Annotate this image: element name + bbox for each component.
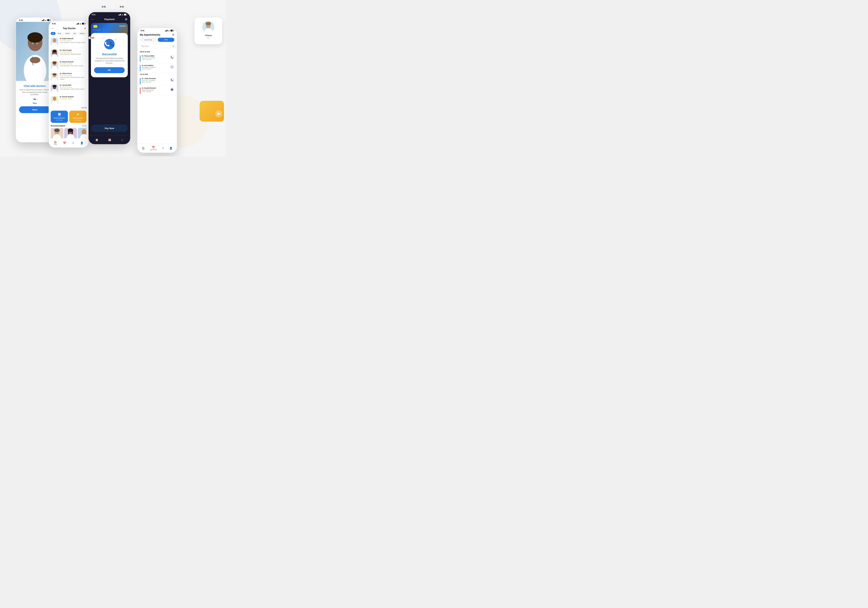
skip-button[interactable]: Skip xyxy=(19,102,50,104)
phone4-user-icon: 👤 xyxy=(169,147,172,149)
doctor-item-darrell[interactable]: Dr. Darrell Steward ★ 4.9 (2728 reviews) xyxy=(51,95,87,106)
filter-icon[interactable]: ≡ xyxy=(84,27,86,30)
appt-action-guy[interactable]: 💬 xyxy=(170,65,174,69)
see-all-rec-link[interactable]: See all xyxy=(82,125,87,127)
pay-now-button[interactable]: Pay Now xyxy=(91,124,128,132)
success-modal: 📞 Successful Your appointment booking su… xyxy=(91,33,128,77)
phone3-calendar-icon: 📅 xyxy=(108,138,111,141)
doctor-item-dianne[interactable]: Dr. Dianne Russell ★ 4.9 (3913 reviews) … xyxy=(51,59,87,71)
phone3-nav-calendar[interactable]: 📅 xyxy=(108,138,111,141)
doctor-rating-jerome: ★ 4.8 (2739 reviews) xyxy=(60,86,87,88)
doctor-specialty-jane: Cardio Specialist · Nanyang Hospital xyxy=(60,53,87,55)
phone4-nav-appointment[interactable]: 📅 Appointment xyxy=(150,146,157,150)
phone1-wifi-icon: ▲ xyxy=(45,19,47,21)
tab-upcoming[interactable]: Upcoming xyxy=(140,38,157,42)
appt-time-leslie: 15:00 - 15:30 PM xyxy=(142,81,168,83)
doctor-hero-image xyxy=(16,22,53,81)
doctor-rating-ralph: ★ 4.7 (692 reviews) xyxy=(60,40,87,41)
doctor-item-albert[interactable]: Dr. Albert Flores ★ 4.8 (3421 reviews) C… xyxy=(51,71,87,83)
search-icon: 🔍 xyxy=(141,45,144,47)
svg-point-6 xyxy=(32,43,33,44)
see-all-doctors-link[interactable]: See all xyxy=(49,106,88,109)
date-march24: rch 24 2022 xyxy=(138,73,177,76)
doctor-info-albert: Dr. Albert Flores ★ 4.8 (3421 reviews) C… xyxy=(60,73,87,80)
appt-name-theresa: Dr. Theresa Webb xyxy=(142,55,168,57)
cat-eye[interactable]: Eye xyxy=(72,32,78,35)
phone3-wifi-icon: ▲ xyxy=(121,14,123,16)
doctor-name-jane: Dr. Jane Cooper xyxy=(60,49,87,51)
phone-appointments: 9:41 ▲ My Appointments ⊕ Upcoming Past 🔍 xyxy=(137,28,177,153)
appt-type-guy: Messaging · Completed xyxy=(142,67,168,68)
appt-time-theresa: 13:00 - 13:30 PM xyxy=(142,59,168,60)
appt-leslie[interactable]: Dr. Leslie Alexander Voice Call · Comple… xyxy=(138,76,177,86)
success-title: Successful xyxy=(94,53,125,56)
phone4-nav-user[interactable]: 👤 xyxy=(169,147,172,149)
phone-call-icon: 📞 xyxy=(110,42,115,47)
svg-rect-19 xyxy=(53,51,53,54)
phone3-status-bar: 9:41 ▲ xyxy=(88,12,130,16)
nav-list[interactable]: ☰ xyxy=(72,142,74,145)
add-appt-icon[interactable]: ⊕ xyxy=(172,33,174,36)
rec-card-img-d xyxy=(78,128,87,139)
rec-card-img-jenny xyxy=(64,128,77,139)
doctor-item-jane[interactable]: Dr. Jane Cooper ★ 4.9 (3823 reviews) Car… xyxy=(51,48,87,59)
appt-ronald[interactable]: Dr. Ronald Richards Video Call · Decline… xyxy=(138,86,177,95)
cat-dentist[interactable]: Dentist xyxy=(78,32,86,35)
payment-add-icon[interactable]: ⊕ xyxy=(125,17,127,21)
doctor-info-darrell: Dr. Darrell Steward ★ 4.9 (2728 reviews) xyxy=(60,96,87,100)
appt-theresa[interactable]: Dr. Theresa Webb Voice Call · Completed … xyxy=(138,54,177,63)
cat-cardio[interactable]: Cardio xyxy=(64,32,71,35)
ok-button[interactable]: OK xyxy=(94,67,125,73)
tab-past[interactable]: Past xyxy=(158,38,174,42)
phone2-status-icons: ▲ xyxy=(76,23,85,25)
phone3-time: 9:41 xyxy=(91,14,96,16)
appt-action-leslie[interactable]: 📞 xyxy=(170,78,174,82)
phone3-signal xyxy=(118,14,121,16)
doctor-rating-dianne: ★ 4.9 (3913 reviews) xyxy=(60,63,87,65)
appt-action-theresa[interactable]: 📞 xyxy=(170,55,174,59)
phone4-home-icon: 🏠 xyxy=(142,147,145,149)
next-button[interactable]: Next xyxy=(19,106,50,113)
doctor-specialty-jerome: Cardio Specialist · Smithy London Hospit… xyxy=(60,88,87,90)
cat-brain[interactable]: Brain xyxy=(56,32,63,35)
svg-point-32 xyxy=(53,85,57,87)
phone-payment: 9:41 ▲ ← Payment ⊕ amazon xyxy=(88,12,130,144)
appt-type-leslie: Voice Call · Completed xyxy=(142,80,168,81)
phone4-appt-label: Appointment xyxy=(150,149,157,150)
appt-type-ronald: Video Call · Declined xyxy=(142,89,168,91)
doctor-name-dianne: Dr. Dianne Russell xyxy=(60,61,87,63)
doctor-item-ralph[interactable]: Dr. Ralph Edwards ★ 4.7 (692 reviews) Ca… xyxy=(51,36,87,48)
doctor-list: Dr. Ralph Edwards ★ 4.7 (692 reviews) Ca… xyxy=(49,36,88,106)
phone2-bottom-nav: 🏠 Home 📅 ☰ 👤 xyxy=(49,138,88,147)
nav-calendar[interactable]: 📅 xyxy=(63,142,66,145)
phone3-nav-list[interactable]: ☰ xyxy=(121,138,123,141)
search-input[interactable] xyxy=(144,45,170,47)
nav-home[interactable]: 🏠 Home xyxy=(54,141,57,145)
appt-action-ronald[interactable]: 🎥 xyxy=(170,87,174,92)
specialty-card-dental[interactable]: 🦷 Dental Specialist 186 Doctors xyxy=(51,110,68,123)
phone4-nav-list[interactable]: ☰ xyxy=(162,147,164,149)
specialty-card-eye[interactable]: 👁 Eye Specialist 201 Doctors xyxy=(69,110,87,123)
svg-rect-44 xyxy=(68,130,69,134)
home-icon: 🏠 xyxy=(54,141,57,143)
phone1-signal xyxy=(42,19,44,21)
doctor-name-ralph: Dr. Ralph Edwards xyxy=(60,38,87,39)
doctor-name-darrell: Dr. Darrell Steward xyxy=(60,96,87,98)
phone4-nav-home[interactable]: 🏠 xyxy=(142,147,145,149)
doctor-item-jerome[interactable]: Dr. Jerome Bell ★ 4.8 (2739 reviews) Car… xyxy=(51,83,87,95)
doctor-specialty-albert: Cardio Specialist · Bracket Medical Lond… xyxy=(60,76,87,80)
profile-name: t Flores xyxy=(197,34,220,36)
payment-back-icon[interactable]: ← xyxy=(91,18,94,21)
doctor-illustration xyxy=(16,22,53,81)
phone4-wifi-icon: ▲ xyxy=(168,30,170,32)
cat-all[interactable]: All xyxy=(51,32,56,35)
phone3-nav-home[interactable]: 🏠 xyxy=(95,138,98,141)
categories-row: All Brain Cardio Eye Dentist N xyxy=(49,31,88,36)
appt-guy[interactable]: Dr. Guy Hawkins Messaging · Completed 09… xyxy=(138,63,177,73)
nav-profile[interactable]: 👤 xyxy=(81,142,83,145)
top-time-right: 9:41 xyxy=(120,6,124,8)
cat-more[interactable]: N xyxy=(87,32,88,35)
filter-sort-icon[interactable]: ⊟ xyxy=(172,45,174,47)
back-arrow-icon[interactable]: ← xyxy=(51,27,54,30)
appt-type-theresa: Voice Call · Completed xyxy=(142,57,168,59)
